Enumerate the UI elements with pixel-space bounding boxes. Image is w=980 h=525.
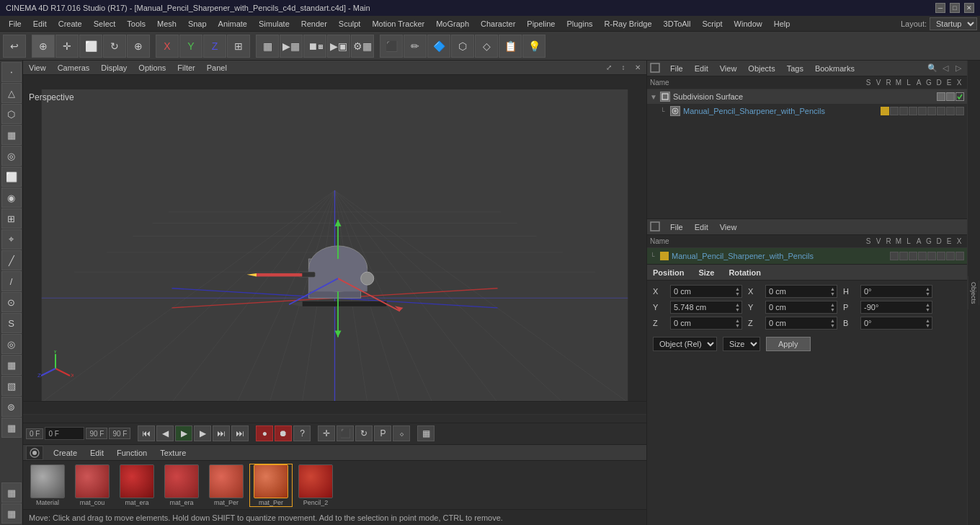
obj-lock-1[interactable]	[946, 92, 955, 101]
layers-btn[interactable]: ▦	[1, 355, 22, 375]
coord-rp-arrows[interactable]: ▲▼	[924, 302, 932, 312]
material-slot-4[interactable]: mat_era	[160, 464, 203, 507]
mat-menu-function[interactable]: Function	[114, 448, 150, 458]
box-select[interactable]: ⬜	[1, 167, 22, 187]
deform-tool[interactable]: 🔷	[427, 35, 450, 58]
menu-simulate[interactable]: Simulate	[253, 18, 295, 30]
deform-btn[interactable]: ▧	[1, 376, 22, 396]
obj-menu-edit[interactable]: Edit	[692, 63, 711, 74]
y-axis[interactable]: Y	[179, 35, 202, 58]
menu-character[interactable]: Character	[475, 18, 521, 30]
z-axis[interactable]: Z	[203, 35, 226, 58]
object-rel-dropdown[interactable]: Object (Rel)	[653, 337, 717, 351]
undo-button[interactable]: ↩	[3, 35, 26, 58]
mat-menu-create[interactable]: Create	[50, 448, 80, 458]
poly-mode[interactable]: ⬡	[1, 104, 22, 124]
coord-sz-field[interactable]: 0 cm ▲▼	[765, 317, 837, 330]
coord-sy-field[interactable]: 0 cm ▲▼	[765, 301, 837, 314]
menu-script[interactable]: Script	[696, 18, 728, 30]
extra-btn[interactable]: ▦	[1, 418, 22, 438]
obj-menu-file[interactable]: File	[667, 63, 686, 74]
sculpt-btn[interactable]: ⊚	[1, 397, 22, 417]
vp-view[interactable]: View	[26, 63, 49, 73]
material-slot-1[interactable]: Material	[26, 464, 69, 507]
vp-panel[interactable]: Panel	[204, 63, 230, 73]
move-key-button[interactable]: ✛	[318, 425, 335, 441]
record-all-button[interactable]: ⏺	[275, 425, 292, 441]
layout-select[interactable]: Startup	[930, 17, 977, 30]
cube-tool[interactable]: ⬛	[380, 35, 403, 58]
attr-menu-file[interactable]: File	[667, 222, 686, 232]
bezier-tool[interactable]: ◇	[475, 35, 498, 58]
close-button[interactable]: ✕	[964, 3, 974, 13]
obj-vis-1[interactable]	[937, 92, 945, 101]
attr-menu-view[interactable]: View	[717, 222, 740, 232]
obj-menu-tags[interactable]: Tags	[784, 63, 806, 74]
prev-frame-button[interactable]: ◀	[156, 425, 174, 441]
render-settings[interactable]: ⚙▦	[351, 35, 374, 58]
coord-rb-field[interactable]: 0° ▲▼	[860, 317, 932, 330]
menu-file[interactable]: File	[3, 18, 27, 30]
menu-sculpt[interactable]: Sculpt	[333, 18, 367, 30]
bottom-tool-1[interactable]: ▦	[1, 482, 22, 503]
search-icon[interactable]: 🔍	[927, 63, 938, 74]
goto-end2-button[interactable]: ⏭	[231, 425, 249, 441]
magnet-tool[interactable]: ⊙	[1, 292, 22, 312]
next-frame-button[interactable]: ▶	[194, 425, 211, 441]
world-axis[interactable]: ⊞	[227, 35, 250, 58]
render-stop[interactable]: ⏹▦	[303, 35, 326, 58]
select-all[interactable]: ◎	[1, 146, 22, 166]
play-button[interactable]: ▶	[175, 425, 192, 441]
scale-key-button[interactable]: ⬛	[337, 425, 354, 441]
layer-tool[interactable]: ▦	[1, 125, 22, 145]
material-slot-2[interactable]: mat_cou	[71, 464, 114, 507]
obj-color-2[interactable]	[881, 107, 889, 115]
material-slot-6[interactable]: mat_Per	[249, 464, 293, 507]
rotate-key-button[interactable]: ↻	[355, 425, 373, 441]
render-region[interactable]: ▦	[256, 35, 279, 58]
mat-menu-edit[interactable]: Edit	[87, 448, 107, 458]
minimize-button[interactable]: ─	[935, 3, 945, 13]
menu-mesh[interactable]: Mesh	[151, 18, 182, 30]
coord-sx-arrows[interactable]: ▲▼	[829, 286, 837, 296]
transform-tool[interactable]: ⊕	[127, 35, 150, 58]
material-slot-5[interactable]: mat_Per	[205, 464, 248, 507]
help-button[interactable]: ?	[293, 425, 311, 441]
menu-pipeline[interactable]: Pipeline	[521, 18, 561, 30]
coord-py-arrows[interactable]: ▲▼	[734, 302, 741, 312]
menu-edit[interactable]: Edit	[27, 18, 53, 30]
obj-menu-objects[interactable]: Objects	[745, 63, 778, 74]
vp-close-icon[interactable]: ✕	[632, 62, 643, 74]
rotate-tool[interactable]: ↻	[103, 35, 126, 58]
timeline-mode-button[interactable]: ▦	[417, 425, 435, 441]
material-slot-7[interactable]: Pencil_2	[294, 464, 337, 507]
param-button[interactable]: P	[374, 425, 391, 441]
menu-animate[interactable]: Animate	[213, 18, 253, 30]
edge-mode[interactable]: △	[1, 83, 22, 103]
loop-select[interactable]: ⊞	[1, 208, 22, 229]
coord-sx-field[interactable]: 0 cm ▲▼	[765, 285, 837, 298]
goto-end-button[interactable]: ⏭	[213, 425, 230, 441]
smooth-tool[interactable]: S	[1, 313, 22, 333]
obj-row-sharpener[interactable]: └ Manual_Pencil_Sharpener_with_Pencils	[647, 104, 967, 118]
coord-rh-field[interactable]: 0° ▲▼	[860, 285, 932, 298]
mat-menu-texture[interactable]: Texture	[157, 448, 189, 458]
vp-display[interactable]: Display	[98, 63, 130, 73]
coord-pz-field[interactable]: 0 cm ▲▼	[670, 317, 742, 330]
menu-3dtoall[interactable]: 3DToAll	[658, 18, 697, 30]
vp-cameras[interactable]: Cameras	[55, 63, 93, 73]
select-tool[interactable]: ⊕	[32, 35, 55, 58]
record-button[interactable]: ●	[256, 425, 273, 441]
obj-back-icon[interactable]: ◁	[940, 63, 951, 74]
menu-vray[interactable]: R-Ray Bridge	[599, 18, 658, 30]
obj-expand-1[interactable]: ▼	[650, 93, 660, 101]
vp-expand-icon[interactable]: ⤢	[603, 62, 615, 74]
point-mode[interactable]: ⬝	[1, 62, 22, 82]
coord-rp-field[interactable]: -90° ▲▼	[860, 301, 932, 314]
render-play[interactable]: ▶▦	[280, 35, 303, 58]
coord-rb-arrows[interactable]: ▲▼	[924, 318, 932, 328]
menu-render[interactable]: Render	[295, 18, 333, 30]
coord-pz-arrows[interactable]: ▲▼	[734, 318, 741, 328]
knife-tool[interactable]: ╱	[1, 250, 22, 270]
obj-menu-view[interactable]: View	[717, 63, 740, 74]
